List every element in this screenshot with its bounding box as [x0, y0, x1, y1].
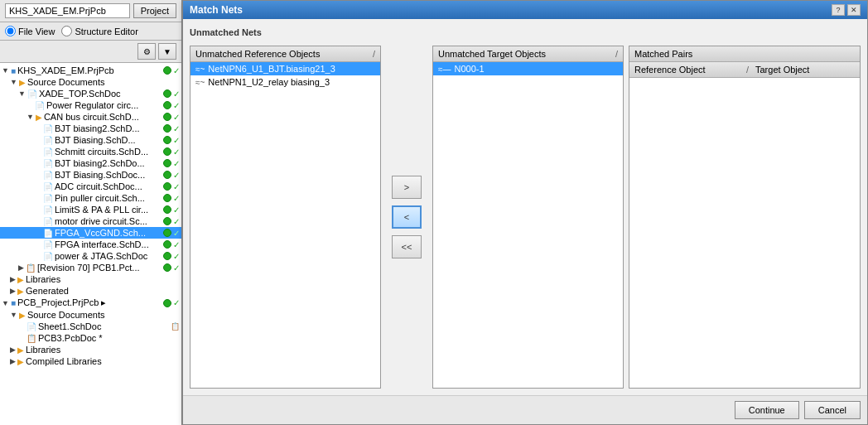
tree-item-source-docs-1[interactable]: ▼ ▶ Source Documents: [0, 76, 181, 88]
tree-item-power-reg[interactable]: 📄 Power Regulator circ... ✓: [0, 99, 181, 111]
top-bar: Project: [0, 0, 181, 22]
ref-objects-list: ≈~ NetNPN6_U1_BJT.biasing21_3 ≈~ NetNPN1…: [190, 62, 380, 388]
dialog-titlebar: Match Nets ? ✕: [183, 1, 867, 19]
dialog-footer: Continue Cancel: [183, 395, 867, 424]
project-input[interactable]: [5, 3, 130, 18]
target-item-0[interactable]: ≈— N000-1: [433, 62, 623, 75]
file-icon: 📄: [43, 136, 53, 145]
continue-button[interactable]: Continue: [735, 401, 799, 419]
target-objects-panel: Unmatched Target Objects / ≈— N000-1: [432, 46, 624, 389]
tree-item-libraries-1[interactable]: ▶ ▶ Libraries: [0, 273, 181, 285]
unmatch-all-button[interactable]: <<: [392, 235, 422, 258]
file-view-radio[interactable]: File View: [5, 26, 55, 36]
match-right-button[interactable]: >: [392, 176, 422, 199]
tree-item-compiled-libs[interactable]: ▶ ▶ Compiled Libraries: [0, 355, 181, 367]
status-dot: [163, 113, 171, 121]
tree-item-bjt-biasing2[interactable]: 📄 BJT biasing2.SchD... ✓: [0, 123, 181, 134]
project-button[interactable]: Project: [133, 3, 176, 18]
tree-item-schmitt[interactable]: 📄 Schmitt circuits.SchD... ✓: [0, 146, 181, 157]
pcb-root-icon: ■: [11, 298, 16, 307]
ref-item-label-1: NetNPN1_U2_relay biasing_3: [208, 77, 330, 87]
cancel-button[interactable]: Cancel: [804, 401, 861, 419]
check-mark: ✓: [173, 89, 180, 99]
file-icon: 📄: [43, 171, 53, 180]
tree-item-adc[interactable]: 📄 ADC circuit.SchDoc... ✓: [0, 181, 181, 192]
ref-objects-panel: Unmatched Reference Objects / ≈~ NetNPN6…: [190, 46, 381, 389]
power-reg-label: Power Regulator circ...: [46, 100, 162, 110]
project-tree: ▼ ■ KHS_XADE_EM.PrjPcb ✓ ▼ ▶ Source Docu…: [0, 63, 181, 425]
status-dot: [163, 194, 171, 202]
net-icon-0: ≈~: [195, 65, 205, 74]
sheet1-label: Sheet1.SchDoc: [38, 321, 169, 331]
motor-drive-label: motor drive circuit.Sc...: [55, 216, 162, 226]
ref-item-0[interactable]: ≈~ NetNPN6_U1_BJT.biasing21_3: [190, 62, 380, 75]
tree-item-bjt-biasing-b[interactable]: 📄 BJT Biasing.SchDoc... ✓: [0, 169, 181, 181]
titlebar-buttons: ? ✕: [832, 4, 861, 16]
ref-item-label-0: NetNPN6_U1_BJT.biasing21_3: [208, 64, 335, 74]
file-icon: 📄: [27, 322, 36, 331]
check-mark: ✓: [173, 194, 180, 203]
help-button[interactable]: ?: [832, 4, 845, 16]
status-dot: [163, 182, 171, 191]
tree-item-revision70[interactable]: ▶ 📋 [Revision 70] PCB1.Pct... ✓: [0, 262, 181, 273]
tree-item-power-jtag[interactable]: 📄 power & JTAG.SchDoc ✓: [0, 250, 181, 262]
bjt-biasing-label: BJT Biasing.SchD...: [55, 135, 162, 145]
check-mark: ✓: [173, 229, 180, 238]
matched-pairs-panel: Matched Pairs Reference Object / Target …: [629, 46, 861, 389]
tree-item-xade-top[interactable]: ▼ 📄 XADE_TOP.SchDoc ✓: [0, 88, 181, 99]
check-mark: ✓: [173, 124, 180, 133]
tree-item-bjt-biasing2b[interactable]: 📄 BJT biasing2.SchDo... ✓: [0, 157, 181, 169]
ref-col-sort: /: [746, 65, 749, 75]
file-icon: 📄: [43, 194, 53, 203]
status-dot: [163, 147, 171, 156]
bjt-biasing-b-label: BJT Biasing.SchDoc...: [55, 170, 162, 180]
close-button[interactable]: ✕: [847, 4, 861, 16]
xade-top-label: XADE_TOP.SchDoc: [39, 89, 162, 99]
tree-item-pcb3[interactable]: 📋 PCB3.PcbDoc *: [0, 332, 181, 344]
expand-icon: ▶: [10, 357, 16, 365]
check-mark: ✓: [173, 205, 180, 215]
file-icon: 📄: [43, 159, 53, 168]
tree-item-limits-pa[interactable]: 📄 LimitS & PA & PLL cir... ✓: [0, 204, 181, 215]
tree-item-pin-puller[interactable]: 📄 Pin puller circuit.Sch... ✓: [0, 192, 181, 204]
status-dot: [163, 252, 171, 260]
expand-icon: ▼: [2, 299, 9, 307]
target-sort-indicator: /: [615, 49, 618, 59]
folder-icon: ▶: [17, 287, 24, 296]
unmatch-left-button[interactable]: <: [392, 205, 422, 229]
khs-root-icon: ■: [11, 66, 16, 75]
tree-item-source-docs-2[interactable]: ▼ ▶ Source Documents: [0, 309, 181, 321]
view-tabs: File View Structure Editor: [0, 22, 181, 41]
tree-item-pcb-root[interactable]: ▼ ■ PCB_Project.PrjPcb ▸ ✓: [0, 297, 181, 309]
status-dot: [163, 101, 171, 109]
khs-root-label: KHS_XADE_EM.PrjPcb: [17, 65, 162, 75]
check-mark: ✓: [173, 101, 180, 110]
tree-item-can-bus[interactable]: ▼ ▶ CAN bus circuit.SchD... ✓: [0, 111, 181, 123]
tree-item-motor-drive[interactable]: 📄 motor drive circuit.Sc... ✓: [0, 215, 181, 227]
file-icon: 📄: [43, 182, 53, 191]
structure-editor-radio[interactable]: Structure Editor: [61, 26, 137, 36]
pcb-root-label: PCB_Project.PrjPcb ▸: [17, 297, 162, 308]
pcb-icon: 📋: [26, 263, 36, 273]
tree-item-fpga-vcc[interactable]: 📄 FPGA_VccGND.Sch... ✓: [0, 227, 181, 239]
match-nets-dialog: Match Nets ? ✕ Unmatched Nets Unmatched …: [182, 0, 868, 425]
tree-item-khs-root[interactable]: ▼ ■ KHS_XADE_EM.PrjPcb ✓: [0, 65, 181, 76]
limits-pa-label: LimitS & PA & PLL cir...: [55, 205, 162, 215]
tree-item-libraries-2[interactable]: ▶ ▶ Libraries: [0, 344, 181, 355]
source-docs-1-label: Source Documents: [27, 77, 180, 87]
tree-item-generated-1[interactable]: ▶ ▶ Generated: [0, 285, 181, 297]
tree-item-sheet1[interactable]: 📄 Sheet1.SchDoc 📋: [0, 321, 181, 332]
target-objects-header: Unmatched Target Objects /: [433, 46, 623, 62]
file-icon: 📄: [35, 101, 45, 110]
ref-item-1[interactable]: ≈~ NetNPN1_U2_relay biasing_3: [190, 75, 380, 89]
ref-objects-header: Unmatched Reference Objects /: [190, 46, 380, 62]
tree-item-bjt-biasing[interactable]: 📄 BJT Biasing.SchD... ✓: [0, 134, 181, 146]
tree-item-fpga-interface[interactable]: 📄 FPGA interface.SchD... ✓: [0, 239, 181, 250]
pcb3-label: PCB3.PcbDoc *: [38, 333, 180, 343]
ref-object-col-header: Reference Object: [634, 65, 746, 75]
toolbar-btn-2[interactable]: ▼: [158, 43, 176, 60]
status-dot: [163, 124, 171, 133]
toolbar-btn-1[interactable]: ⚙: [137, 43, 156, 60]
status-dot: [163, 229, 171, 237]
status-dot: [163, 217, 171, 225]
